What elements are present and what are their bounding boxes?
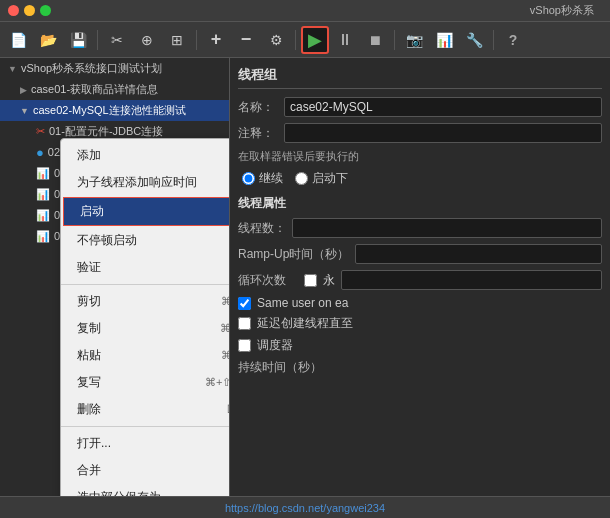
paste-button[interactable]: ⊞ — [163, 26, 191, 54]
scheduler-checkbox[interactable] — [238, 339, 251, 352]
menu-copy[interactable]: 复制 ⌘-C — [61, 315, 230, 342]
forever-label: 永 — [323, 272, 335, 289]
note-input[interactable] — [284, 123, 602, 143]
main-content: ▼ vShop秒杀系统接口测试计划 ▶ case01-获取商品详情信息 ▼ ca… — [0, 58, 610, 496]
help-button[interactable]: ? — [499, 26, 527, 54]
menu-delete-label: 删除 — [77, 401, 101, 418]
window-title: vShop秒杀系 — [530, 3, 594, 18]
menu-duplicate-label: 复写 — [77, 374, 101, 391]
menu-add-response-time[interactable]: 为子线程添加响应时间 — [61, 169, 230, 196]
radio-continue[interactable]: 继续 — [242, 170, 283, 187]
menu-add-response-label: 为子线程添加响应时间 — [77, 174, 197, 191]
ramp-up-input[interactable] — [355, 244, 602, 264]
tree-case02[interactable]: ▼ case02-MySQL连接池性能测试 — [0, 100, 229, 121]
tree-panel: ▼ vShop秒杀系统接口测试计划 ▶ case01-获取商品详情信息 ▼ ca… — [0, 58, 230, 496]
tree-case02-label: case02-MySQL连接池性能测试 — [33, 103, 186, 118]
listener3-icon: 📊 — [36, 209, 50, 222]
name-input[interactable] — [284, 97, 602, 117]
tree-item-01-label: 01-配置元件-JDBC连接 — [49, 124, 163, 139]
toolbar-separator — [97, 30, 98, 50]
play-button[interactable]: ▶ — [301, 26, 329, 54]
menu-save-selection[interactable]: 选中部分保存为... — [61, 484, 230, 496]
same-user-checkbox[interactable] — [238, 297, 251, 310]
arrow-icon: ▶ — [20, 85, 27, 95]
menu-copy-shortcut: ⌘-C — [220, 322, 230, 335]
radio-continue-input[interactable] — [242, 172, 255, 185]
loop-count-input[interactable] — [341, 270, 602, 290]
right-panel: 线程组 名称： 注释： 在取样器错误后要执行的 继续 启动下 线程属性 线程数： — [230, 58, 610, 496]
loop-count-row: 循环次数 永 — [238, 270, 602, 290]
menu-add[interactable]: 添加 — [61, 142, 230, 169]
forever-checkbox[interactable] — [304, 274, 317, 287]
tree-case01[interactable]: ▶ case01-获取商品详情信息 — [0, 79, 229, 100]
thread-count-input[interactable] — [292, 218, 602, 238]
scheduler-row: 调度器 — [238, 337, 602, 354]
ramp-up-row: Ramp-Up时间（秒） — [238, 244, 602, 264]
menu-cut-shortcut: ⌘-X — [221, 295, 230, 308]
menu-duplicate[interactable]: 复写 ⌘+⇧-C — [61, 369, 230, 396]
name-row: 名称： — [238, 97, 602, 117]
menu-cut[interactable]: 剪切 ⌘-X — [61, 288, 230, 315]
radio-start-next[interactable]: 启动下 — [295, 170, 348, 187]
menu-cut-label: 剪切 — [77, 293, 101, 310]
bottom-bar: https://blog.csdn.net/yangwei234 — [0, 496, 610, 518]
radio-start-next-input[interactable] — [295, 172, 308, 185]
settings-button[interactable]: ⚙ — [262, 26, 290, 54]
add-button[interactable]: + — [202, 26, 230, 54]
save-button[interactable]: 💾 — [64, 26, 92, 54]
tool-button[interactable]: 🔧 — [460, 26, 488, 54]
titlebar: vShop秒杀系 — [0, 0, 610, 22]
same-user-row: Same user on ea — [238, 296, 602, 310]
thread-section-title: 线程属性 — [238, 195, 602, 212]
open-button[interactable]: 📂 — [34, 26, 62, 54]
menu-start-no-pause[interactable]: 不停顿启动 — [61, 227, 230, 254]
copy-button[interactable]: ⊕ — [133, 26, 161, 54]
thread-count-row: 线程数： — [238, 218, 602, 238]
close-button[interactable] — [8, 5, 19, 16]
radio-continue-label: 继续 — [259, 170, 283, 187]
menu-separator2 — [61, 426, 230, 427]
minimize-button[interactable] — [24, 5, 35, 16]
new-file-button[interactable]: 📄 — [4, 26, 32, 54]
listener4-icon: 📊 — [36, 230, 50, 243]
sampler-icon: ● — [36, 145, 44, 160]
chart-button[interactable]: 📊 — [430, 26, 458, 54]
scissors-icon: ✂ — [36, 125, 45, 138]
ramp-up-label: Ramp-Up时间（秒） — [238, 246, 349, 263]
menu-start[interactable]: 启动 — [63, 197, 230, 226]
note-label: 注释： — [238, 125, 278, 142]
duration-row: 持续时间（秒） — [238, 359, 602, 376]
arrow-icon: ▼ — [8, 64, 17, 74]
delay-row: 延迟创建线程直至 — [238, 315, 602, 332]
scheduler-label: 调度器 — [257, 337, 293, 354]
menu-delete[interactable]: 删除 ⌦ — [61, 396, 230, 423]
menu-save-selection-label: 选中部分保存为... — [77, 489, 171, 496]
maximize-button[interactable] — [40, 5, 51, 16]
menu-paste[interactable]: 粘贴 ⌘-V — [61, 342, 230, 369]
menu-open[interactable]: 打开... — [61, 430, 230, 457]
tree-root-label: vShop秒杀系统接口测试计划 — [21, 61, 162, 76]
remove-button[interactable]: − — [232, 26, 260, 54]
menu-separator1 — [61, 284, 230, 285]
toolbar-separator5 — [493, 30, 494, 50]
same-user-label: Same user on ea — [257, 296, 348, 310]
duration-label: 持续时间（秒） — [238, 359, 322, 376]
loop-count-label: 循环次数 — [238, 272, 298, 289]
stop-button[interactable]: ⏹ — [361, 26, 389, 54]
bottom-url[interactable]: https://blog.csdn.net/yangwei234 — [225, 502, 385, 514]
cut-button[interactable]: ✂ — [103, 26, 131, 54]
listener-icon: 📊 — [36, 167, 50, 180]
thread-count-label: 线程数： — [238, 220, 286, 237]
pause-button[interactable]: ⏸ — [331, 26, 359, 54]
menu-merge[interactable]: 合并 — [61, 457, 230, 484]
menu-copy-label: 复制 — [77, 320, 101, 337]
tree-root[interactable]: ▼ vShop秒杀系统接口测试计划 — [0, 58, 229, 79]
menu-delete-shortcut: ⌦ — [227, 403, 230, 416]
arrow-icon: ▼ — [20, 106, 29, 116]
toolbar-separator4 — [394, 30, 395, 50]
menu-validate-label: 验证 — [77, 259, 101, 276]
camera-button[interactable]: 📷 — [400, 26, 428, 54]
delay-checkbox[interactable] — [238, 317, 251, 330]
menu-validate[interactable]: 验证 — [61, 254, 230, 281]
menu-start-no-pause-label: 不停顿启动 — [77, 232, 137, 249]
